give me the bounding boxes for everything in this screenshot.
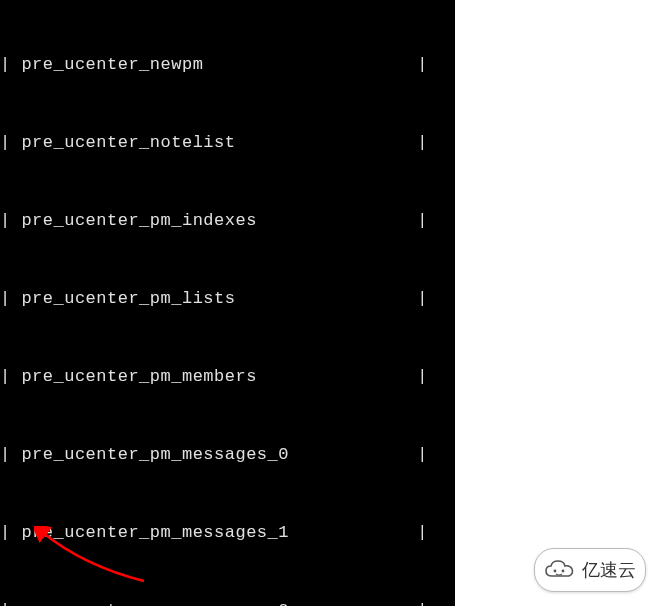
mysql-terminal[interactable]: | pre_ucenter_newpm | | pre_ucenter_note… bbox=[0, 0, 455, 606]
table-row: | pre_ucenter_pm_lists | bbox=[0, 286, 455, 312]
watermark-text: 亿速云 bbox=[582, 558, 636, 582]
table-row: | pre_ucenter_newpm | bbox=[0, 52, 455, 78]
table-row: | pre_ucenter_pm_messages_1 | bbox=[0, 520, 455, 546]
watermark-badge: 亿速云 bbox=[534, 548, 646, 592]
table-row: | pre_ucenter_pm_indexes | bbox=[0, 208, 455, 234]
table-row: | pre_ucenter_notelist | bbox=[0, 130, 455, 156]
svg-point-2 bbox=[562, 570, 565, 573]
cloud-icon bbox=[544, 560, 576, 580]
table-row: | pre_ucenter_pm_members | bbox=[0, 364, 455, 390]
svg-point-1 bbox=[554, 570, 557, 573]
table-row: | pre_ucenter_pm_messages_2 | bbox=[0, 598, 455, 606]
table-row: | pre_ucenter_pm_messages_0 | bbox=[0, 442, 455, 468]
